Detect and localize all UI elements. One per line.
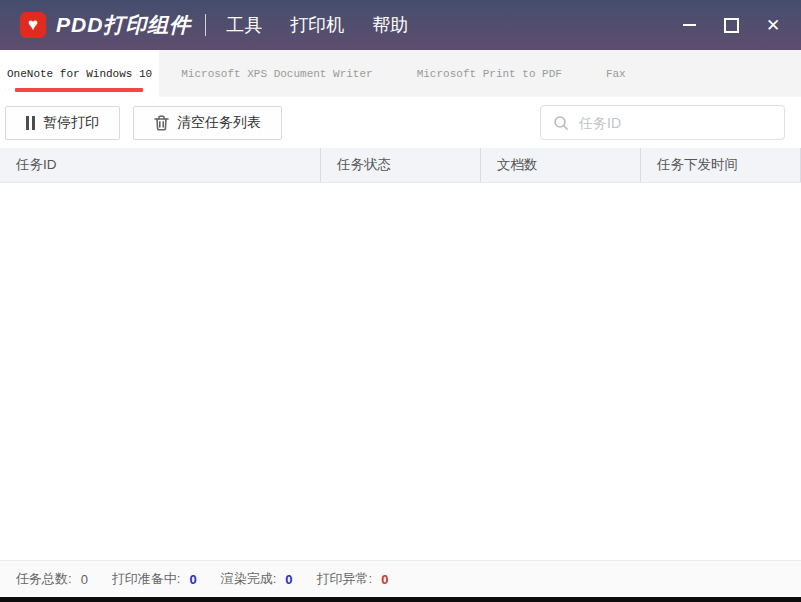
status-render-complete: 渲染完成: 0 xyxy=(221,570,293,588)
titlebar: ♥ PDD打印组件 工具 打印机 帮助 ✕ xyxy=(0,0,801,50)
menu-separator xyxy=(205,14,206,36)
maximize-icon xyxy=(724,18,739,33)
tab-label: Microsoft Print to PDF xyxy=(417,68,562,80)
status-label: 打印异常: xyxy=(317,570,373,588)
search-icon xyxy=(553,115,569,131)
status-preparing: 打印准备中: 0 xyxy=(112,570,197,588)
status-total-tasks: 任务总数: 0 xyxy=(16,570,88,588)
heart-icon: ♥ xyxy=(28,16,38,33)
window-controls: ✕ xyxy=(673,10,801,40)
status-print-error: 打印异常: 0 xyxy=(317,570,389,588)
status-label: 打印准备中: xyxy=(112,570,181,588)
maximize-button[interactable] xyxy=(715,10,747,40)
minimize-button[interactable] xyxy=(673,10,705,40)
menu-printer[interactable]: 打印机 xyxy=(290,13,344,37)
column-header-task-status[interactable]: 任务状态 xyxy=(320,148,480,182)
column-header-task-id[interactable]: 任务ID xyxy=(0,148,320,182)
trash-icon xyxy=(154,115,169,131)
status-value: 0 xyxy=(189,572,196,587)
app-window: ♥ PDD打印组件 工具 打印机 帮助 ✕ OneNote for Window… xyxy=(0,0,801,602)
column-header-dispatch-time[interactable]: 任务下发时间 xyxy=(640,148,801,182)
status-value: 0 xyxy=(81,572,88,587)
tab-onenote-for-windows-10[interactable]: OneNote for Windows 10 xyxy=(0,50,159,97)
window-bottom-edge xyxy=(0,597,801,602)
statusbar: 任务总数: 0 打印准备中: 0 渲染完成: 0 打印异常: 0 xyxy=(0,560,801,597)
printer-tabbar: OneNote for Windows 10 Microsoft XPS Doc… xyxy=(0,50,801,97)
status-label: 任务总数: xyxy=(16,570,72,588)
status-value: 0 xyxy=(285,572,292,587)
clear-task-list-button[interactable]: 清空任务列表 xyxy=(133,106,282,140)
task-id-search-input[interactable] xyxy=(577,114,772,132)
close-button[interactable]: ✕ xyxy=(757,10,789,40)
clear-task-list-label: 清空任务列表 xyxy=(177,114,261,132)
tab-label: Fax xyxy=(606,68,626,80)
tab-microsoft-xps-document-writer[interactable]: Microsoft XPS Document Writer xyxy=(159,50,394,97)
pause-icon xyxy=(26,116,35,130)
task-table-body xyxy=(0,183,801,560)
status-value: 0 xyxy=(381,572,388,587)
menu-tools[interactable]: 工具 xyxy=(226,13,262,37)
minimize-icon xyxy=(683,24,696,26)
pause-print-button[interactable]: 暂停打印 xyxy=(5,106,120,140)
active-tab-underline xyxy=(15,88,143,92)
status-label: 渲染完成: xyxy=(221,570,277,588)
menu-help[interactable]: 帮助 xyxy=(372,13,408,37)
app-logo: ♥ xyxy=(20,12,46,38)
tab-label: Microsoft XPS Document Writer xyxy=(181,68,372,80)
tab-microsoft-print-to-pdf[interactable]: Microsoft Print to PDF xyxy=(395,50,584,97)
toolbar: 暂停打印 清空任务列表 xyxy=(0,97,801,148)
menubar: 工具 打印机 帮助 xyxy=(226,13,408,37)
tab-label: OneNote for Windows 10 xyxy=(7,68,152,80)
column-header-doc-count[interactable]: 文档数 xyxy=(480,148,640,182)
tab-fax[interactable]: Fax xyxy=(584,50,648,97)
task-table-header: 任务ID 任务状态 文档数 任务下发时间 xyxy=(0,148,801,183)
app-title: PDD打印组件 xyxy=(56,11,191,39)
close-icon: ✕ xyxy=(766,17,780,34)
pause-print-label: 暂停打印 xyxy=(43,114,99,132)
task-search-box xyxy=(540,105,785,140)
